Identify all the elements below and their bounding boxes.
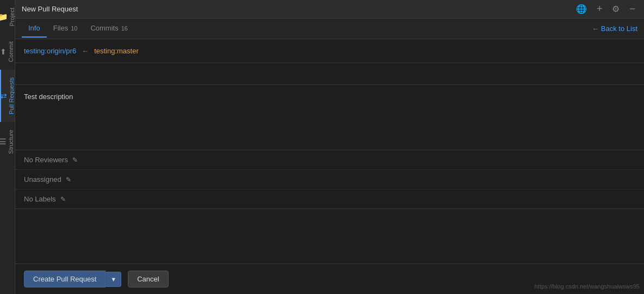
content-area: testing:origin/pr6 ← testing:master Test… <box>15 39 644 264</box>
reviewers-label: No Reviewers <box>24 156 68 164</box>
spacer-row <box>15 63 644 85</box>
tab-files-badge: 10 <box>71 25 77 32</box>
sidebar-item-project[interactable]: 📁 Project <box>0 0 15 34</box>
assignee-edit-icon[interactable] <box>66 176 71 183</box>
tab-files[interactable]: Files 10 <box>47 20 84 38</box>
create-pull-request-button[interactable]: Create Pull Request <box>24 271 106 287</box>
project-icon: 📁 <box>0 9 8 24</box>
watermark: https://blog.csdn.net/wangshuaiwsws95 <box>535 283 640 290</box>
pull-requests-icon: ⇄ <box>1 88 7 103</box>
branch-source-link[interactable]: testing:master <box>94 47 139 55</box>
branch-info-row: testing:origin/pr6 ← testing:master <box>15 39 644 63</box>
reviewers-row: No Reviewers <box>15 150 644 170</box>
sidebar-label-commit: Commit <box>7 38 15 65</box>
labels-row: No Labels <box>15 189 644 209</box>
assignee-label: Unassigned <box>24 175 61 183</box>
title-bar: New Pull Request 🌐 + ⚙ − <box>15 0 644 19</box>
tab-info-label: Info <box>28 24 40 32</box>
meta-section: No Reviewers Unassigned No Labels <box>15 150 644 209</box>
labels-edit-icon[interactable] <box>60 195 66 203</box>
main-panel: New Pull Request 🌐 + ⚙ − Info Files 10 C… <box>15 0 644 294</box>
back-to-list-link[interactable]: ← Back to List <box>592 24 637 33</box>
structure-icon: ☰ <box>0 134 7 149</box>
minimize-button[interactable]: − <box>627 2 637 16</box>
create-dropdown-button[interactable]: ▼ <box>106 272 121 287</box>
tab-commits-label: Commits <box>90 24 118 32</box>
sidebar-label-pull-requests: Pull Requests <box>7 74 16 118</box>
add-button[interactable]: + <box>595 2 605 16</box>
tab-commits-badge: 16 <box>121 25 128 32</box>
tab-info[interactable]: Info <box>22 20 47 38</box>
settings-button[interactable]: ⚙ <box>610 3 622 15</box>
cancel-button[interactable]: Cancel <box>128 271 168 287</box>
assignee-row: Unassigned <box>15 170 644 189</box>
sidebar-item-structure[interactable]: ☰ Structure <box>0 122 15 162</box>
title-bar-actions: 🌐 + ⚙ − <box>574 2 637 16</box>
sidebar-label-structure: Structure <box>7 126 15 157</box>
bottom-spacer <box>15 209 644 220</box>
tab-commits[interactable]: Commits 16 <box>84 20 134 38</box>
branch-target: testing:origin/pr6 <box>24 47 76 55</box>
dropdown-arrow-icon: ▼ <box>110 276 116 283</box>
title-bar-left: New Pull Request <box>22 5 78 13</box>
labels-label: No Labels <box>24 195 56 203</box>
sidebar-item-commit[interactable]: ⬆ Commit <box>0 34 15 70</box>
sidebar-label-project: Project <box>8 4 16 29</box>
window-title: New Pull Request <box>22 5 78 13</box>
sidebar-item-pull-requests[interactable]: ⇄ Pull Requests <box>0 70 15 122</box>
description-text: Test description <box>24 93 73 101</box>
sidebar: 📁 Project ⬆ Commit ⇄ Pull Requests ☰ Str… <box>0 0 15 294</box>
branch-arrow: ← <box>82 47 89 55</box>
tab-bar: Info Files 10 Commits 16 ← Back to List <box>15 19 644 39</box>
globe-button[interactable]: 🌐 <box>574 3 589 15</box>
commit-icon: ⬆ <box>0 44 7 59</box>
description-section: Test description <box>15 85 644 150</box>
tab-files-label: Files <box>53 24 68 32</box>
reviewers-edit-icon[interactable] <box>72 156 78 164</box>
